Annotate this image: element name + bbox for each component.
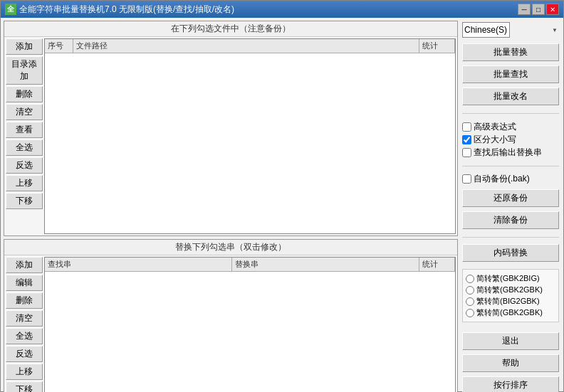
language-select-row: Chinese(S) English Chinese(T) <box>462 22 559 38</box>
auto-backup-row: 自动备份(.bak) <box>462 173 559 185</box>
files-delete-button[interactable]: 删除 <box>6 86 43 102</box>
files-group: 在下列勾选文件中（注意备份） 添加 目录添加 删除 清空 查看 全选 反选 上移… <box>4 21 458 236</box>
window-title: 全能字符串批量替换机7.0 无限制版(替换/查找/抽取/改名) <box>19 4 234 16</box>
radio-gbk2gbk[interactable] <box>466 286 474 295</box>
replace-group-title: 替换下列勾选串（双击修改） <box>4 240 457 255</box>
col-header-replace: 替换串 <box>232 258 419 271</box>
radio-big2gbk[interactable] <box>466 297 474 306</box>
divider-3 <box>462 237 559 238</box>
files-dir-add-button[interactable]: 目录添加 <box>6 56 43 85</box>
right-panel: Chinese(S) English Chinese(T) 批量替换 批量查找 … <box>461 21 560 392</box>
main-content: 在下列勾选文件中（注意备份） 添加 目录添加 删除 清空 查看 全选 反选 上移… <box>1 18 563 392</box>
maximize-button[interactable]: □ <box>532 4 545 15</box>
sort-by-row-button[interactable]: 按行排序 <box>462 376 559 392</box>
divider-2 <box>462 166 559 166</box>
files-move-down-button[interactable]: 下移 <box>6 193 43 209</box>
radio-gbk2gbk-label: 简转繁(GBK2GBK) <box>476 285 543 295</box>
replace-clear-button[interactable]: 清空 <box>6 310 43 327</box>
files-table-body <box>45 53 455 233</box>
close-button[interactable]: ✕ <box>546 4 559 15</box>
auto-backup-label: 自动备份(.bak) <box>474 173 530 185</box>
replace-move-up-button[interactable]: 上移 <box>6 364 43 380</box>
advanced-regex-row: 高级表达式 <box>462 121 559 133</box>
files-select-all-button[interactable]: 全选 <box>6 139 43 156</box>
batch-find-button[interactable]: 批量查找 <box>462 65 559 83</box>
col-header-stat2: 统计 <box>419 258 455 271</box>
files-invert-select-button[interactable]: 反选 <box>6 157 43 174</box>
files-group-title: 在下列勾选文件中（注意备份） <box>4 21 457 37</box>
files-table-header: 序号 文件路径 统计 <box>45 39 455 53</box>
radio-gbk2gbk2[interactable] <box>466 309 474 317</box>
replace-table-body <box>45 272 455 392</box>
advanced-regex-checkbox[interactable] <box>462 122 471 132</box>
find-output-label: 查找后输出替换串 <box>474 147 542 159</box>
language-select[interactable]: Chinese(S) English Chinese(T) <box>462 22 510 38</box>
files-button-col: 添加 目录添加 删除 清空 查看 全选 反选 上移 下移 <box>6 38 43 234</box>
col-header-search: 查找串 <box>45 258 232 271</box>
files-view-button[interactable]: 查看 <box>6 122 43 138</box>
title-bar-left: 全 全能字符串批量替换机7.0 无限制版(替换/查找/抽取/改名) <box>5 4 234 16</box>
app-icon: 全 <box>5 4 16 15</box>
title-bar: 全 全能字符串批量替换机7.0 无限制版(替换/查找/抽取/改名) ─ □ ✕ <box>1 1 563 18</box>
replace-move-down-button[interactable]: 下移 <box>6 381 43 392</box>
radio-gbk2big[interactable] <box>466 275 474 283</box>
replace-group: 替换下列勾选串（双击修改） 添加 编辑 删除 清空 全选 反选 上移 下移 导入… <box>4 239 458 392</box>
restore-backup-button[interactable]: 还原备份 <box>462 189 559 207</box>
advanced-regex-label: 高级表达式 <box>474 121 516 133</box>
encoding-options-box: 简转繁(GBK2BIG) 简转繁(GBK2GBK) 繁转简(BIG2GBK) 繁… <box>462 269 559 322</box>
find-output-checkbox[interactable] <box>462 148 471 157</box>
clear-backup-button[interactable]: 清除备份 <box>462 211 559 229</box>
find-output-row: 查找后输出替换串 <box>462 147 559 159</box>
replace-table-header: 查找串 替换串 统计 <box>45 258 455 272</box>
encoding-replace-button[interactable]: 内码替换 <box>462 244 559 262</box>
files-move-up-button[interactable]: 上移 <box>6 175 43 191</box>
col-header-path: 文件路径 <box>73 39 419 53</box>
batch-rename-button[interactable]: 批量改名 <box>462 88 559 105</box>
files-clear-button[interactable]: 清空 <box>6 104 43 120</box>
files-add-button[interactable]: 添加 <box>6 38 43 55</box>
radio-big2gbk-label: 繁转简(BIG2GBK) <box>476 296 540 307</box>
left-panel: 在下列勾选文件中（注意备份） 添加 目录添加 删除 清空 查看 全选 反选 上移… <box>4 21 458 392</box>
files-table: 序号 文件路径 统计 <box>44 38 456 234</box>
radio-gbk2gbk-row: 简转繁(GBK2GBK) <box>466 285 555 295</box>
replace-select-all-button[interactable]: 全选 <box>6 328 43 344</box>
language-select-wrapper: Chinese(S) English Chinese(T) <box>462 22 559 38</box>
case-sensitive-label: 区分大小写 <box>474 134 516 146</box>
case-sensitive-row: 区分大小写 <box>462 134 559 146</box>
batch-replace-button[interactable]: 批量替换 <box>462 43 559 61</box>
replace-add-button[interactable]: 添加 <box>6 257 43 273</box>
help-button[interactable]: 帮助 <box>462 354 559 372</box>
radio-gbk2gbk2-row: 繁转简(GBK2GBK) <box>466 307 555 318</box>
radio-gbk2gbk2-label: 繁转简(GBK2GBK) <box>476 307 543 318</box>
col-header-num: 序号 <box>45 39 73 53</box>
exit-button[interactable]: 退出 <box>462 332 559 350</box>
replace-edit-button[interactable]: 编辑 <box>6 275 43 291</box>
radio-gbk2big-row: 简转繁(GBK2BIG) <box>466 273 555 284</box>
radio-gbk2big-label: 简转繁(GBK2BIG) <box>476 273 540 284</box>
divider-1 <box>462 113 559 114</box>
radio-big2gbk-row: 繁转简(BIG2GBK) <box>466 296 555 307</box>
auto-backup-checkbox[interactable] <box>462 174 471 184</box>
replace-button-col: 添加 编辑 删除 清空 全选 反选 上移 下移 导入 导出 <box>6 257 43 392</box>
case-sensitive-checkbox[interactable] <box>462 135 471 144</box>
minimize-button[interactable]: ─ <box>518 4 531 15</box>
main-window: 全 全能字符串批量替换机7.0 无限制版(替换/查找/抽取/改名) ─ □ ✕ … <box>0 0 564 392</box>
col-header-stat: 统计 <box>419 39 455 53</box>
title-buttons: ─ □ ✕ <box>518 4 559 15</box>
replace-invert-select-button[interactable]: 反选 <box>6 346 43 362</box>
replace-delete-button[interactable]: 删除 <box>6 292 43 309</box>
files-group-content: 添加 目录添加 删除 清空 查看 全选 反选 上移 下移 序号 文件路径 <box>4 37 457 235</box>
replace-table: 查找串 替换串 统计 <box>44 257 456 392</box>
replace-group-content: 添加 编辑 删除 清空 全选 反选 上移 下移 导入 导出 查找串 <box>4 255 457 392</box>
